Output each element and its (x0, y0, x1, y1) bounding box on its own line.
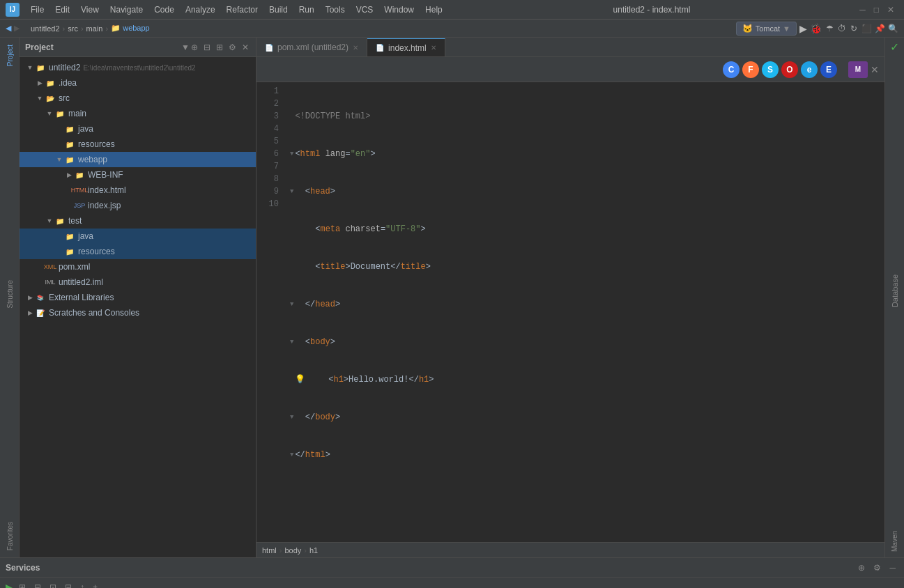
html-tab-close[interactable]: ✕ (431, 44, 436, 52)
opera-button[interactable]: O (781, 61, 798, 78)
services-play-button[interactable]: ▶ (6, 582, 13, 589)
tree-arrow-main[interactable]: ▼ (45, 109, 54, 118)
tree-item-index-html[interactable]: ▶ HTML index.html (20, 183, 256, 198)
stop-button[interactable]: ⬛ (861, 24, 872, 33)
tree-item-resources[interactable]: ▶ 📁 resources (20, 137, 256, 152)
tree-item-untitled2-iml[interactable]: ▶ IML untitled2.iml (20, 274, 256, 290)
tree-arrow-webapp[interactable]: ▼ (54, 155, 64, 164)
chrome-button[interactable]: C (723, 61, 740, 78)
fold-10[interactable]: ▼ (290, 449, 293, 461)
tree-item-java[interactable]: ▶ 📁 java (20, 121, 256, 137)
tree-item-ext-lib[interactable]: ▶ 📚 External Libraries (20, 290, 256, 305)
menu-build[interactable]: Build (263, 3, 293, 16)
services-collapse-button[interactable]: ⊟ (31, 581, 44, 589)
debug-button[interactable]: 🐞 (810, 23, 822, 34)
safari-button[interactable]: S (762, 61, 779, 78)
expand-all-button[interactable]: ⊞ (215, 41, 224, 54)
pom-tab-close[interactable]: ✕ (353, 44, 358, 52)
tree-arrow-ext-lib[interactable]: ▶ (25, 293, 35, 302)
code-editor[interactable]: 1 2 3 4 5 6 7 8 9 10 ▶ <!DOCTYPE html> ▼… (256, 82, 884, 542)
breadcrumb-part-0[interactable]: untitled2 (31, 24, 60, 33)
fold-6[interactable]: ▼ (290, 298, 293, 311)
project-icon[interactable]: Project (1, 42, 18, 69)
tree-item-idea[interactable]: ▶ 📁 .idea (20, 75, 256, 91)
maven-button[interactable]: M (848, 61, 868, 78)
tree-item-webapp[interactable]: ▼ 📁 webapp (20, 152, 256, 167)
services-new-button[interactable]: + (90, 581, 100, 589)
fold-9[interactable]: ▼ (290, 411, 293, 424)
services-filter-button[interactable]: ⊟ (62, 581, 75, 589)
tab-pom-xml[interactable]: 📄 pom.xml (untitled2) ✕ (256, 38, 367, 56)
services-group-button[interactable]: ⊡ (47, 581, 59, 589)
breadcrumb-forward[interactable]: ▶ (14, 24, 20, 33)
menu-navigate[interactable]: Navigate (105, 3, 148, 16)
breadcrumb-part-3[interactable]: 📁 webapp (111, 24, 150, 33)
fold-2[interactable]: ▼ (290, 148, 293, 160)
fold-7[interactable]: ▼ (290, 336, 293, 348)
editor-bc-h1[interactable]: h1 (309, 546, 318, 555)
menu-window[interactable]: Window (378, 3, 420, 16)
tree-item-scratches[interactable]: ▶ 📝 Scratches and Consoles (20, 305, 256, 320)
structure-icon[interactable]: Structure (1, 277, 18, 311)
tree-item-web-inf[interactable]: ▶ 📁 WEB-INF (20, 167, 256, 183)
new-file-button[interactable]: ⊕ (190, 41, 199, 54)
pin-button[interactable]: 📌 (875, 24, 885, 33)
settings-icon[interactable]: ⚙ (227, 41, 238, 54)
database-label[interactable]: Database (888, 269, 902, 313)
fold-3[interactable]: ▼ (290, 185, 293, 198)
maximize-button[interactable]: □ (870, 3, 883, 16)
search-button[interactable]: 🔍 (888, 24, 898, 33)
services-settings-button[interactable]: ⚙ (871, 562, 884, 574)
collapse-all-button[interactable]: ⊟ (202, 41, 212, 54)
menu-edit[interactable]: Edit (49, 3, 75, 16)
minimize-button[interactable]: ─ (855, 3, 870, 16)
tree-arrow-src[interactable]: ▼ (35, 93, 45, 103)
tree-item-main[interactable]: ▼ 📁 main (20, 106, 256, 121)
menu-code[interactable]: Code (148, 3, 180, 16)
tree-arrow-untitled2[interactable]: ▼ (25, 63, 35, 72)
profile-button[interactable]: ⏱ (838, 24, 846, 33)
tree-item-untitled2[interactable]: ▼ 📁 untitled2 E:\idea\maventest\untitled… (20, 60, 256, 75)
menu-analyze[interactable]: Analyze (180, 3, 221, 16)
ie-button[interactable]: e (801, 61, 818, 78)
menu-vcs[interactable]: VCS (351, 3, 379, 16)
breadcrumb-part-2[interactable]: main (86, 24, 103, 33)
editor-bc-body[interactable]: body (284, 546, 301, 555)
tree-arrow-web-inf[interactable]: ▶ (64, 170, 74, 180)
run-button[interactable]: ▶ (799, 23, 807, 34)
services-add-button[interactable]: ⊕ (855, 562, 868, 574)
firefox-button[interactable]: F (742, 61, 759, 78)
tree-item-src[interactable]: ▼ 📂 src (20, 91, 256, 106)
tree-arrow-scratches[interactable]: ▶ (25, 308, 35, 318)
menu-help[interactable]: Help (420, 3, 448, 16)
tab-index-html[interactable]: 📄 index.html ✕ (367, 38, 445, 56)
tree-item-test[interactable]: ▼ 📁 test (20, 213, 256, 229)
tree-item-test-java[interactable]: ▶ 📁 java (20, 229, 256, 244)
tree-arrow-test[interactable]: ▼ (45, 216, 54, 226)
light-bulb-icon[interactable]: 💡 (295, 373, 305, 386)
tree-item-index-jsp[interactable]: ▶ JSP index.jsp (20, 198, 256, 213)
close-button[interactable]: ✕ (883, 3, 898, 16)
menu-file[interactable]: File (25, 3, 49, 16)
tree-arrow-idea[interactable]: ▶ (35, 78, 45, 88)
breadcrumb-part-1[interactable]: src (68, 24, 78, 33)
close-panel-button[interactable]: ✕ (240, 41, 250, 54)
edge-button[interactable]: E (820, 61, 837, 78)
services-expand-button[interactable]: ⊞ (16, 581, 29, 589)
menu-run[interactable]: Run (293, 3, 320, 16)
run-config-dropdown[interactable]: 🐱 Tomcat ▼ (736, 22, 797, 36)
editor-bc-html[interactable]: html (262, 546, 277, 555)
project-dropdown-arrow[interactable]: ▼ (181, 42, 190, 52)
code-content[interactable]: ▶ <!DOCTYPE html> ▼ <html lang="en"> ▼ <… (284, 82, 884, 542)
browser-toolbar-close[interactable]: ✕ (871, 64, 879, 75)
favorites-icon[interactable]: Favorites (1, 519, 18, 553)
services-close-button[interactable]: ─ (887, 562, 898, 574)
update-button[interactable]: ↻ (850, 24, 857, 33)
menu-tools[interactable]: Tools (320, 3, 351, 16)
breadcrumb-back[interactable]: ◀ (6, 24, 11, 33)
services-sort-button[interactable]: ↕ (77, 581, 87, 589)
menu-refactor[interactable]: Refactor (221, 3, 263, 16)
menu-view[interactable]: View (75, 3, 105, 16)
tree-item-pom-xml[interactable]: ▶ XML pom.xml (20, 259, 256, 274)
tree-item-test-resources[interactable]: ▶ 📁 resources (20, 244, 256, 259)
